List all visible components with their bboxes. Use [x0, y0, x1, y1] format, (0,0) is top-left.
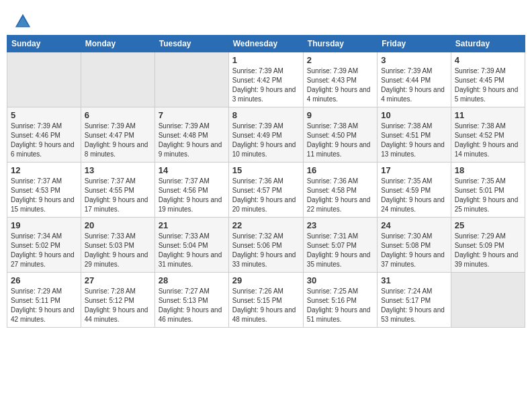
day-info: Sunrise: 7:38 AM Sunset: 4:52 PM Dayligh…: [455, 122, 521, 159]
weekday-header-row: SundayMondayTuesdayWednesdayThursdayFrid…: [7, 36, 525, 52]
day-number: 28: [159, 275, 225, 285]
weekday-header: Monday: [81, 36, 154, 52]
day-info: Sunrise: 7:37 AM Sunset: 4:53 PM Dayligh…: [11, 177, 77, 214]
weekday-header: Saturday: [451, 36, 525, 52]
day-number: 11: [455, 110, 521, 120]
calendar-cell: 3Sunrise: 7:39 AM Sunset: 4:44 PM Daylig…: [378, 52, 451, 107]
day-info: Sunrise: 7:39 AM Sunset: 4:44 PM Dayligh…: [381, 66, 447, 104]
day-number: 10: [381, 110, 447, 120]
day-number: 9: [307, 110, 373, 120]
logo: [13, 12, 35, 31]
day-info: Sunrise: 7:37 AM Sunset: 4:55 PM Dayligh…: [85, 177, 151, 214]
day-info: Sunrise: 7:39 AM Sunset: 4:49 PM Dayligh…: [232, 122, 300, 159]
day-info: Sunrise: 7:35 AM Sunset: 4:59 PM Dayligh…: [381, 177, 447, 214]
calendar-cell: 27Sunrise: 7:28 AM Sunset: 5:12 PM Dayli…: [81, 273, 154, 328]
day-number: 14: [159, 165, 225, 175]
calendar-cell: 17Sunrise: 7:35 AM Sunset: 4:59 PM Dayli…: [378, 163, 451, 218]
calendar-cell: 5Sunrise: 7:39 AM Sunset: 4:46 PM Daylig…: [7, 107, 81, 163]
day-number: 13: [85, 165, 151, 175]
day-number: 7: [159, 110, 225, 120]
calendar-cell: 9Sunrise: 7:38 AM Sunset: 4:50 PM Daylig…: [303, 107, 377, 163]
day-number: 19: [11, 220, 77, 230]
calendar-table: SundayMondayTuesdayWednesdayThursdayFrid…: [7, 35, 525, 328]
day-info: Sunrise: 7:30 AM Sunset: 5:08 PM Dayligh…: [381, 232, 447, 269]
calendar-week-row: 26Sunrise: 7:29 AM Sunset: 5:11 PM Dayli…: [7, 273, 525, 328]
calendar-cell: 7Sunrise: 7:39 AM Sunset: 4:48 PM Daylig…: [154, 107, 228, 163]
calendar-cell: [7, 52, 81, 107]
day-info: Sunrise: 7:35 AM Sunset: 5:01 PM Dayligh…: [455, 177, 521, 214]
day-number: 20: [85, 220, 151, 230]
day-info: Sunrise: 7:36 AM Sunset: 4:57 PM Dayligh…: [232, 177, 300, 214]
day-number: 26: [11, 275, 77, 285]
calendar-cell: 2Sunrise: 7:39 AM Sunset: 4:43 PM Daylig…: [303, 52, 377, 107]
weekday-header: Thursday: [303, 36, 377, 52]
day-number: 12: [11, 165, 77, 175]
calendar-cell: 4Sunrise: 7:39 AM Sunset: 4:45 PM Daylig…: [451, 52, 525, 107]
calendar-cell: 10Sunrise: 7:38 AM Sunset: 4:51 PM Dayli…: [378, 107, 451, 163]
calendar-cell: 22Sunrise: 7:32 AM Sunset: 5:06 PM Dayli…: [228, 218, 303, 273]
calendar-cell: 13Sunrise: 7:37 AM Sunset: 4:55 PM Dayli…: [81, 163, 154, 218]
day-info: Sunrise: 7:34 AM Sunset: 5:02 PM Dayligh…: [11, 232, 77, 269]
day-number: 18: [455, 165, 521, 175]
day-info: Sunrise: 7:36 AM Sunset: 4:58 PM Dayligh…: [307, 177, 373, 214]
calendar-cell: [154, 52, 228, 107]
calendar-cell: 11Sunrise: 7:38 AM Sunset: 4:52 PM Dayli…: [451, 107, 525, 163]
day-number: 2: [307, 55, 373, 65]
day-info: Sunrise: 7:28 AM Sunset: 5:12 PM Dayligh…: [85, 287, 151, 324]
calendar-week-row: 19Sunrise: 7:34 AM Sunset: 5:02 PM Dayli…: [7, 218, 525, 273]
day-number: 22: [232, 220, 300, 230]
calendar-cell: 8Sunrise: 7:39 AM Sunset: 4:49 PM Daylig…: [228, 107, 303, 163]
day-info: Sunrise: 7:29 AM Sunset: 5:09 PM Dayligh…: [455, 232, 521, 269]
weekday-header: Friday: [378, 36, 451, 52]
day-number: 31: [381, 275, 447, 285]
day-info: Sunrise: 7:39 AM Sunset: 4:45 PM Dayligh…: [455, 66, 521, 104]
calendar-cell: 15Sunrise: 7:36 AM Sunset: 4:57 PM Dayli…: [228, 163, 303, 218]
calendar-week-row: 12Sunrise: 7:37 AM Sunset: 4:53 PM Dayli…: [7, 163, 525, 218]
calendar-cell: 16Sunrise: 7:36 AM Sunset: 4:58 PM Dayli…: [303, 163, 377, 218]
day-info: Sunrise: 7:37 AM Sunset: 4:56 PM Dayligh…: [159, 177, 225, 214]
day-number: 24: [381, 220, 447, 230]
calendar-cell: 6Sunrise: 7:39 AM Sunset: 4:47 PM Daylig…: [81, 107, 154, 163]
day-info: Sunrise: 7:25 AM Sunset: 5:16 PM Dayligh…: [307, 287, 373, 324]
day-info: Sunrise: 7:31 AM Sunset: 5:07 PM Dayligh…: [307, 232, 373, 269]
day-info: Sunrise: 7:39 AM Sunset: 4:48 PM Dayligh…: [159, 122, 225, 159]
calendar-cell: 12Sunrise: 7:37 AM Sunset: 4:53 PM Dayli…: [7, 163, 81, 218]
calendar-cell: 1Sunrise: 7:39 AM Sunset: 4:42 PM Daylig…: [228, 52, 303, 107]
day-info: Sunrise: 7:33 AM Sunset: 5:03 PM Dayligh…: [85, 232, 151, 269]
logo-icon: [13, 12, 32, 31]
day-number: 16: [307, 165, 373, 175]
day-number: 23: [307, 220, 373, 230]
calendar-cell: 23Sunrise: 7:31 AM Sunset: 5:07 PM Dayli…: [303, 218, 377, 273]
day-number: 17: [381, 165, 447, 175]
day-info: Sunrise: 7:29 AM Sunset: 5:11 PM Dayligh…: [11, 287, 77, 324]
day-info: Sunrise: 7:38 AM Sunset: 4:50 PM Dayligh…: [307, 122, 373, 159]
day-number: 21: [159, 220, 225, 230]
calendar-cell: 28Sunrise: 7:27 AM Sunset: 5:13 PM Dayli…: [154, 273, 228, 328]
weekday-header: Sunday: [7, 36, 81, 52]
calendar-cell: 19Sunrise: 7:34 AM Sunset: 5:02 PM Dayli…: [7, 218, 81, 273]
day-number: 25: [455, 220, 521, 230]
day-number: 5: [11, 110, 77, 120]
calendar-cell: 26Sunrise: 7:29 AM Sunset: 5:11 PM Dayli…: [7, 273, 81, 328]
calendar-cell: 14Sunrise: 7:37 AM Sunset: 4:56 PM Dayli…: [154, 163, 228, 218]
day-number: 29: [232, 275, 300, 285]
day-number: 27: [85, 275, 151, 285]
day-info: Sunrise: 7:24 AM Sunset: 5:17 PM Dayligh…: [381, 287, 447, 324]
calendar-cell: [451, 273, 525, 328]
day-info: Sunrise: 7:38 AM Sunset: 4:51 PM Dayligh…: [381, 122, 447, 159]
calendar-cell: [81, 52, 154, 107]
calendar-cell: 18Sunrise: 7:35 AM Sunset: 5:01 PM Dayli…: [451, 163, 525, 218]
calendar-cell: 29Sunrise: 7:26 AM Sunset: 5:15 PM Dayli…: [228, 273, 303, 328]
calendar-week-row: 5Sunrise: 7:39 AM Sunset: 4:46 PM Daylig…: [7, 107, 525, 163]
day-number: 8: [232, 110, 300, 120]
calendar-cell: 25Sunrise: 7:29 AM Sunset: 5:09 PM Dayli…: [451, 218, 525, 273]
day-info: Sunrise: 7:39 AM Sunset: 4:42 PM Dayligh…: [232, 66, 300, 104]
day-number: 1: [232, 55, 300, 65]
day-info: Sunrise: 7:32 AM Sunset: 5:06 PM Dayligh…: [232, 232, 300, 269]
day-number: 4: [455, 55, 521, 65]
day-number: 3: [381, 55, 447, 65]
calendar-cell: 20Sunrise: 7:33 AM Sunset: 5:03 PM Dayli…: [81, 218, 154, 273]
calendar-cell: 30Sunrise: 7:25 AM Sunset: 5:16 PM Dayli…: [303, 273, 377, 328]
page-header: [7, 7, 525, 35]
day-info: Sunrise: 7:39 AM Sunset: 4:43 PM Dayligh…: [307, 66, 373, 104]
